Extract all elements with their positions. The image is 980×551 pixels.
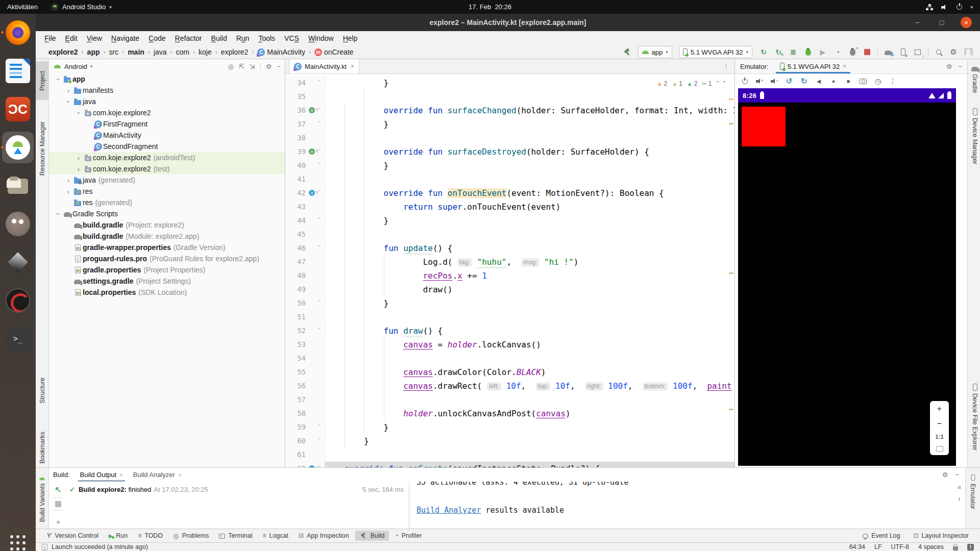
code-line-43[interactable]: return super.onTouchEvent(event): [325, 200, 734, 214]
volume-down-icon[interactable]: −: [769, 77, 780, 86]
code-line-57[interactable]: [325, 393, 734, 407]
settings-icon[interactable]: ⚙: [949, 47, 958, 57]
caret-position[interactable]: 64:34: [849, 543, 865, 550]
code-line-36[interactable]: override fun surfaceChanged(holder: Surf…: [325, 104, 734, 117]
tool-window-button-logcat[interactable]: ≡Logcat: [258, 531, 292, 540]
tree-item-com-koje-explore2[interactable]: ›com.koje.explore2: [49, 107, 285, 118]
build-output[interactable]: 35 actionable tasks: 4 executed, 31 up-t…: [409, 482, 965, 529]
fold-marker-icon[interactable]: ˆ: [317, 214, 322, 228]
lock-icon[interactable]: [953, 546, 958, 550]
expand-arrow-icon[interactable]: ›: [75, 109, 83, 117]
gutter-line-41[interactable]: 41: [285, 172, 325, 186]
rotate-left-icon[interactable]: ↺: [783, 77, 795, 86]
gutter-line-47[interactable]: 47: [285, 255, 325, 269]
menu-vcs[interactable]: VCS: [280, 34, 304, 42]
code-line-40[interactable]: }: [325, 159, 734, 172]
breadcrumb-oncreate[interactable]: m onCreate: [314, 48, 353, 57]
close-button[interactable]: ×: [961, 17, 972, 28]
dock-item-libreoffice-writer[interactable]: [6, 59, 30, 83]
dock-item-double-commander[interactable]: CC: [6, 97, 30, 121]
stop-build-icon[interactable]: [55, 501, 61, 507]
overriding-method-icon[interactable]: o: [309, 148, 315, 155]
inspection-grammar[interactable]: ▲2: [687, 77, 698, 91]
inspection-weak-warnings[interactable]: ▲1: [672, 77, 682, 91]
tool-window-button-event-log[interactable]: Event Log: [859, 531, 904, 540]
tool-stripe-build-variants[interactable]: Build Variants: [36, 477, 48, 522]
gutter-line-39[interactable]: 39oˇ: [285, 145, 325, 159]
gear-icon[interactable]: ⚙: [266, 63, 272, 70]
tree-item-res[interactable]: ›res: [49, 186, 285, 197]
device-select[interactable]: 5.1 WVGA API 32 ▾: [679, 46, 752, 58]
emulator-device-tab[interactable]: 5.1 WVGA API 32 ×: [776, 59, 851, 73]
tool-stripe-structure[interactable]: Structure: [36, 372, 48, 408]
code-line-37[interactable]: }: [325, 117, 734, 131]
tool-window-button-build[interactable]: Build: [355, 531, 389, 541]
breadcrumb-com[interactable]: com: [176, 48, 189, 56]
code-area[interactable]: ▲2▲1▲2✂1ˆˇ 34ˆ3536oˇ37ˆ3839oˇ40ˆ4142oˇ43…: [285, 74, 734, 467]
tree-item-settings-gradle[interactable]: settings.gradle(Project Settings): [49, 276, 285, 287]
code-line-61[interactable]: [325, 448, 734, 462]
code-line-35[interactable]: [325, 90, 734, 104]
dock-item-gimp[interactable]: [6, 212, 30, 236]
dock-item-inkscape[interactable]: [6, 250, 30, 274]
hide-panel-icon[interactable]: −: [277, 63, 281, 70]
breadcrumb-mainactivity[interactable]: C MainActivity: [257, 48, 305, 57]
gutter-line-55[interactable]: 55: [285, 365, 325, 379]
build-hammer-icon[interactable]: [623, 48, 631, 56]
menu-build[interactable]: Build: [207, 34, 232, 42]
code-line-47[interactable]: Log.d( tag: "huhu", msg: "hi !"): [325, 255, 734, 269]
status-message[interactable]: Launch succeeded (a minute ago): [52, 543, 148, 550]
run-configuration-select[interactable]: app ▾: [638, 46, 672, 58]
hide-panel-icon[interactable]: −: [958, 63, 962, 70]
fold-marker-icon[interactable]: ˆ: [317, 434, 322, 448]
scroll-to-end-icon[interactable]: ↓: [958, 495, 961, 502]
error-stripe-mark[interactable]: [729, 272, 733, 274]
maximize-button[interactable]: □: [936, 17, 947, 28]
power-icon[interactable]: [739, 77, 750, 86]
breadcrumb-explore2[interactable]: explore2: [48, 48, 78, 56]
gutter-line-46[interactable]: 46ˇ: [285, 241, 325, 255]
expand-all-icon[interactable]: ⇱: [239, 63, 244, 70]
tool-window-button-profiler[interactable]: ◔Profiler: [391, 531, 426, 540]
chevron-up-icon[interactable]: ˆ: [716, 77, 718, 91]
gutter-line-43[interactable]: 43: [285, 200, 325, 214]
collapse-arrow-icon[interactable]: ›: [64, 87, 72, 94]
tool-stripe-project[interactable]: Project: [36, 61, 48, 100]
collapse-arrow-icon[interactable]: ›: [64, 177, 72, 184]
build-analyzer-link[interactable]: Build Analyzer: [416, 506, 481, 515]
apply-changes-icon[interactable]: ↻A: [774, 47, 783, 57]
inspection-typos[interactable]: ✂1: [702, 77, 712, 91]
expand-arrow-icon[interactable]: ›: [55, 210, 62, 218]
menu-window[interactable]: Window: [304, 34, 338, 42]
expand-arrow-icon[interactable]: ›: [65, 97, 72, 106]
tree-item-com-koje-explore2[interactable]: ›com.koje.explore2(androidTest): [49, 152, 285, 163]
sync-gradle-icon[interactable]: ↻: [884, 47, 893, 57]
fold-marker-icon[interactable]: ˆ: [317, 296, 322, 310]
stop-icon[interactable]: [863, 47, 872, 57]
gutter-line-52[interactable]: 52ˇ: [285, 324, 325, 338]
code-line-41[interactable]: [325, 172, 734, 186]
back-icon[interactable]: ◀: [813, 77, 824, 86]
hide-panel-icon[interactable]: −: [955, 471, 959, 479]
restart-build-icon[interactable]: ↖: [55, 485, 61, 494]
code-line-42[interactable]: override fun onTouchEvent(event: MotionE…: [325, 186, 734, 200]
tree-item-proguard-rules-pro[interactable]: proguard-rules.pro(ProGuard Rules for ex…: [49, 253, 285, 264]
tool-window-button-run[interactable]: ▶Run: [105, 531, 132, 540]
profile-avatar-icon[interactable]: [964, 47, 973, 57]
tool-stripe-gradle[interactable]: Gradle: [968, 65, 980, 93]
fold-marker-icon[interactable]: ˇ: [317, 104, 322, 117]
fold-marker-icon[interactable]: ˇ: [317, 186, 322, 200]
tool-window-button-todo[interactable]: ≡TODO: [134, 531, 167, 540]
error-stripe-mark[interactable]: [729, 123, 733, 124]
editor-options-icon[interactable]: ⋮: [718, 59, 734, 73]
tree-item-secondfragment[interactable]: CSecondFragment: [49, 141, 285, 152]
close-tab-icon[interactable]: ×: [351, 63, 354, 70]
more-icon[interactable]: »: [56, 518, 60, 525]
fold-marker-icon[interactable]: ˆ: [317, 76, 322, 90]
breadcrumb-main[interactable]: main: [128, 48, 144, 56]
fold-marker-icon[interactable]: ˇ: [317, 145, 322, 159]
tree-item-build-gradle[interactable]: build.gradle(Project: explore2): [49, 219, 285, 231]
fold-marker-icon[interactable]: ˆ: [317, 159, 322, 172]
zoom-out-button[interactable]: −: [937, 419, 942, 428]
locate-file-icon[interactable]: ◎: [228, 63, 234, 70]
